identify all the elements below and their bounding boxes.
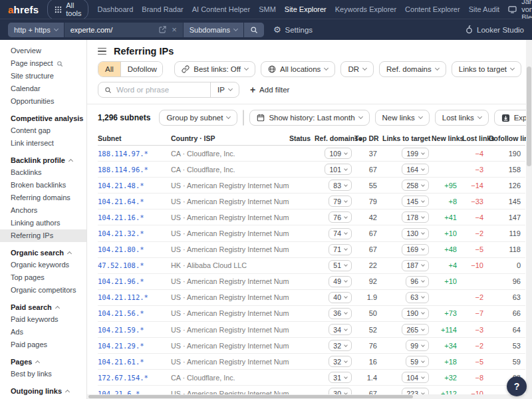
topnav-item-site-audit[interactable]: Site Audit: [469, 5, 499, 13]
links-to-target-chip[interactable]: 178: [402, 211, 429, 223]
sidebar-section-outgoing-links[interactable]: Outgoing links: [0, 380, 86, 397]
vertical-scrollbar-thumb[interactable]: [527, 66, 531, 166]
ref-domains-chip[interactable]: 36: [329, 308, 352, 319]
topnav-item-keywords-explorer[interactable]: Keywords Explorer: [335, 5, 396, 13]
sidebar-item-content-gap[interactable]: Content gap: [0, 124, 86, 137]
sidebar-item-site-structure[interactable]: Site structure: [0, 70, 86, 82]
ref-domains-chip[interactable]: 32: [329, 340, 352, 351]
sidebar-item-backlinks[interactable]: Backlinks: [0, 166, 86, 179]
ref-domains-chip[interactable]: 51: [329, 260, 352, 271]
sidebar-item-referring-ips[interactable]: Referring IPs: [0, 229, 86, 242]
column-header-status[interactable]: Status: [289, 134, 315, 142]
url-input[interactable]: experte.com/ ×: [65, 23, 183, 37]
links-to-target-chip[interactable]: 169: [402, 244, 429, 255]
ref-domains-chip[interactable]: 31: [329, 372, 352, 383]
topnav-item-brand-radar[interactable]: Brand Radar: [142, 5, 183, 13]
subnet-link[interactable]: 47.52.108.*: [98, 261, 171, 269]
sidebar-item-top-pages[interactable]: Top pages: [0, 271, 86, 284]
subnet-link[interactable]: 104.21.16.*: [98, 213, 171, 221]
ref-domains-chip[interactable]: 83: [329, 180, 352, 191]
links-to-target-chip[interactable]: 130: [402, 228, 429, 239]
ref-domains-chip[interactable]: 109: [325, 148, 352, 159]
protocol-dropdown[interactable]: http + https: [8, 23, 64, 37]
sidebar-section-competitive-analysis[interactable]: Competitive analysis: [0, 108, 86, 124]
mode-dropdown[interactable]: Subdomains: [184, 23, 243, 37]
links-to-target-chip[interactable]: 187: [402, 260, 429, 271]
ref-domains-chip[interactable]: 49: [329, 276, 352, 287]
sidebar-item-linking-authors[interactable]: Linking authors: [0, 217, 86, 229]
filter-tab-all[interactable]: All: [98, 62, 120, 76]
column-header-ref-domains[interactable]: Ref. domains▾: [315, 134, 354, 142]
links-to-target-chip[interactable]: 145: [402, 196, 429, 207]
sidebar-item-broken-backlinks[interactable]: Broken backlinks: [0, 179, 86, 192]
filter-best-links-off-dropdown[interactable]: Best links: Off: [174, 61, 255, 77]
subnet-link[interactable]: 104.21.112.*: [98, 293, 171, 301]
column-header-lost-links[interactable]: Lost links: [462, 134, 489, 142]
links-to-target-chip[interactable]: 63: [406, 292, 429, 303]
column-header-top-dr[interactable]: Top DR: [354, 134, 382, 142]
subnet-link[interactable]: 104.21.96.*: [98, 277, 171, 285]
subnet-link[interactable]: 104.21.59.*: [98, 326, 171, 334]
vertical-scrollbar[interactable]: [526, 40, 532, 394]
group-by-dropdown[interactable]: Group by subnet: [159, 110, 237, 126]
ref-domains-chip[interactable]: 76: [329, 211, 352, 223]
sidebar-item-best-by-links[interactable]: Best by links: [0, 368, 86, 380]
links-to-target-chip[interactable]: 104: [402, 372, 429, 383]
ip-mode-dropdown[interactable]: IP: [210, 82, 239, 97]
filter-tab-dofollow[interactable]: Dofollow: [120, 62, 163, 76]
external-link-icon[interactable]: [159, 26, 166, 33]
sidebar-item-opportunities[interactable]: Opportunities: [0, 95, 86, 108]
topnav-item-content-explorer[interactable]: Content Explorer: [405, 5, 460, 13]
column-header-new-links[interactable]: New links: [432, 134, 462, 142]
filter-all-locations-dropdown[interactable]: All locations: [261, 61, 335, 77]
search-submit-button[interactable]: [244, 23, 264, 37]
links-to-target-chip[interactable]: 190: [402, 308, 429, 319]
ref-domains-chip[interactable]: 101: [325, 164, 352, 175]
column-header-subnet[interactable]: Subnet: [98, 134, 171, 142]
sidebar-item-calendar[interactable]: Calendar: [0, 82, 86, 95]
links-to-target-chip[interactable]: 258: [402, 180, 429, 191]
word-or-phrase-input[interactable]: Word or phrase: [98, 82, 210, 97]
filter-dr-dropdown[interactable]: DR: [340, 61, 374, 77]
sidebar-item-overview[interactable]: Overview: [0, 45, 86, 57]
sidebar-section-backlink-profile[interactable]: Backlink profile: [0, 150, 86, 166]
sidebar-section-pages[interactable]: Pages: [0, 351, 86, 368]
subnet-link[interactable]: 188.114.97.*: [98, 150, 171, 158]
subnet-link[interactable]: 104.21.64.*: [98, 198, 171, 205]
sidebar-item-organic-competitors[interactable]: Organic competitors: [0, 284, 86, 297]
subnet-link[interactable]: 104.21.48.*: [98, 182, 171, 190]
sidebar-item-referring-domains[interactable]: Referring domains: [0, 192, 86, 204]
horizontal-scrollbar-thumb[interactable]: [88, 395, 413, 398]
new-links-dropdown[interactable]: New links: [375, 110, 430, 126]
sidebar-item-link-intersect[interactable]: Link intersect: [0, 137, 86, 150]
subnet-link[interactable]: 104.21.29.*: [98, 342, 171, 350]
help-button[interactable]: ?: [507, 376, 527, 396]
add-filter-button[interactable]: + Add filter: [250, 85, 290, 94]
lost-links-dropdown[interactable]: Lost links: [435, 110, 489, 126]
links-to-target-chip[interactable]: 164: [402, 164, 429, 175]
sidebar-item-paid-pages[interactable]: Paid pages: [0, 338, 86, 351]
topnav-item-site-explorer[interactable]: Site Explorer: [285, 5, 327, 13]
topnav-item-dashboard[interactable]: Dashboard: [97, 5, 133, 13]
ref-domains-chip[interactable]: 34: [329, 324, 352, 335]
column-header-links-to-target[interactable]: Links to target: [382, 134, 432, 142]
subnet-link[interactable]: 104.21.61.*: [98, 358, 171, 366]
show-history-dropdown[interactable]: Show history: Last month: [249, 110, 369, 126]
ref-domains-chip[interactable]: 74: [329, 228, 352, 239]
ahrefs-logo[interactable]: ahrefs: [8, 5, 39, 15]
subnet-link[interactable]: 188.114.96.*: [98, 166, 171, 174]
tab-all[interactable]: All: [243, 110, 244, 125]
sidebar-item-paid-keywords[interactable]: Paid keywords: [0, 313, 86, 326]
subnet-link[interactable]: 104.21.56.*: [98, 309, 171, 317]
topnav-item-ai-content-helper[interactable]: AI Content Helper: [192, 5, 250, 13]
links-to-target-chip[interactable]: 59: [406, 356, 429, 367]
sidebar-item-anchors[interactable]: Anchors: [0, 204, 86, 217]
ref-domains-chip[interactable]: 79: [329, 196, 352, 207]
looker-studio-button[interactable]: Looker Studio: [466, 25, 524, 34]
ref-domains-chip[interactable]: 71: [329, 244, 352, 255]
column-header-dofollow-links[interactable]: Dofollow links: [489, 134, 526, 142]
sidebar-item-ads[interactable]: Ads: [0, 326, 86, 338]
sidebar-section-paid-search[interactable]: Paid search: [0, 297, 86, 313]
menu-icon[interactable]: [98, 48, 106, 55]
sidebar-section-organic-search[interactable]: Organic search: [0, 242, 86, 259]
